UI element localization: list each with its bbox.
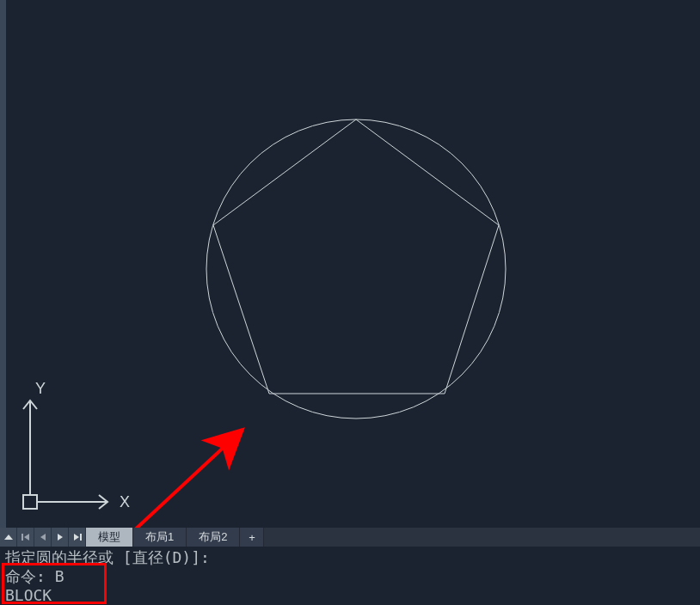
svg-marker-4 — [4, 535, 13, 540]
svg-rect-10 — [80, 534, 82, 541]
tab-prev-button[interactable] — [34, 528, 52, 547]
tab-next-button[interactable] — [52, 528, 69, 547]
tab-collapse-button[interactable] — [0, 528, 17, 547]
svg-rect-0 — [23, 495, 37, 509]
drawing-pentagon — [213, 119, 499, 394]
tab-layout2[interactable]: 布局2 — [187, 528, 240, 547]
tab-model[interactable]: 模型 — [86, 528, 133, 547]
command-line-area[interactable]: 指定圆的半径或 [直径(D)]: 命令: B BLOCK — [0, 547, 700, 605]
tab-add-button[interactable]: + — [240, 528, 264, 547]
command-prompt-line: 命令: B — [5, 567, 695, 586]
svg-marker-6 — [24, 534, 29, 541]
svg-rect-5 — [21, 534, 23, 541]
svg-marker-7 — [40, 534, 46, 541]
tab-layout1[interactable]: 布局1 — [133, 528, 187, 547]
ucs-x-label: X — [120, 493, 130, 510]
command-history-line: 指定圆的半径或 [直径(D)]: — [5, 548, 695, 567]
layout-tab-bar: 模型 布局1 布局2 + — [0, 528, 700, 547]
svg-marker-9 — [74, 534, 79, 541]
tab-first-button[interactable] — [17, 528, 34, 547]
drawing-viewport[interactable]: X Y — [6, 0, 700, 528]
layout-tabs: 模型 布局1 布局2 + — [86, 528, 264, 547]
ucs-y-label: Y — [35, 382, 46, 397]
tab-nav-group — [0, 528, 86, 547]
tab-last-button[interactable] — [69, 528, 86, 547]
ucs-icon: X Y — [15, 382, 135, 519]
drawing-circle — [206, 119, 506, 419]
svg-marker-8 — [58, 534, 63, 541]
command-autocomplete-line: BLOCK — [5, 586, 695, 605]
left-panel-edge — [0, 0, 6, 528]
